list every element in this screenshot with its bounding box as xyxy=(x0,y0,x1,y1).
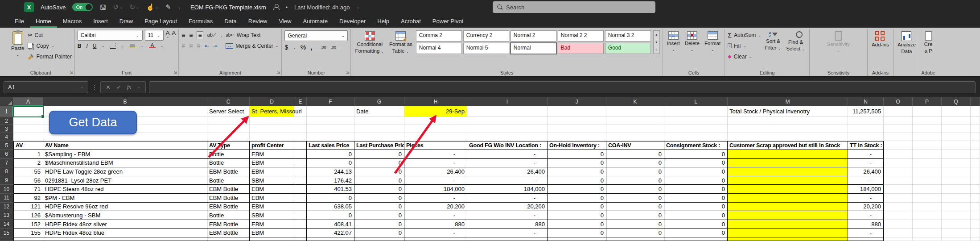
cell-A14[interactable]: 152 xyxy=(13,220,43,229)
tab-power-pivot[interactable]: Power Pivot xyxy=(427,16,469,28)
cell-Q9[interactable] xyxy=(942,176,971,185)
cell-M3[interactable] xyxy=(728,125,848,133)
format-as-table-button[interactable]: Format as Table ⌄ xyxy=(388,30,414,55)
cell-E15[interactable] xyxy=(294,229,307,237)
cell-E11[interactable] xyxy=(294,194,307,203)
cell-F2[interactable] xyxy=(307,117,354,125)
cell-E7[interactable] xyxy=(294,159,307,168)
redo-button[interactable]: ↻⌄ xyxy=(130,3,140,11)
cell-K9[interactable]: 0 xyxy=(606,176,664,185)
row-header-7[interactable]: 7 xyxy=(0,159,13,168)
confirm-entry-icon[interactable]: ✓ xyxy=(116,84,121,91)
cell-H10[interactable]: 184,000 xyxy=(404,185,467,194)
cell-O9[interactable] xyxy=(884,176,913,185)
column-header-B[interactable]: B xyxy=(43,97,207,106)
cell-B15[interactable]: HDPE Ridex 48oz blue xyxy=(43,229,207,237)
sensitivity-button[interactable]: Sensitivity⌄ xyxy=(826,30,852,54)
sort-filter-button[interactable]: AZ Sort & Filter ⌄ xyxy=(764,30,782,52)
cell-X11[interactable] xyxy=(971,194,980,203)
cell-K14[interactable]: 0 xyxy=(606,220,664,229)
cell-P14[interactable] xyxy=(913,220,942,229)
cell-D8[interactable]: EBM xyxy=(250,167,294,176)
cell-P2[interactable] xyxy=(913,117,942,125)
name-box[interactable]: A1 ⌄ xyxy=(4,81,88,93)
cell-L14[interactable]: 0 xyxy=(664,220,728,229)
cell-X6[interactable] xyxy=(971,150,980,159)
cell-X4[interactable] xyxy=(971,133,980,141)
cell-B6[interactable]: $Sampling - EBM xyxy=(43,150,207,159)
cell-A2[interactable] xyxy=(13,117,43,125)
cell-M12[interactable] xyxy=(728,203,848,212)
cell-P11[interactable] xyxy=(913,194,942,203)
cell-D13[interactable]: SBM xyxy=(250,211,294,220)
cell-C12[interactable]: EBM Bottle xyxy=(207,203,250,212)
copy-button[interactable]: Copy⌄ xyxy=(28,41,71,50)
cell-N11[interactable]: - xyxy=(848,194,884,203)
cell-X13[interactable] xyxy=(971,211,980,220)
tab-macros[interactable]: Macros xyxy=(57,16,88,28)
cell-N6[interactable]: - xyxy=(848,150,884,159)
cell-I14[interactable]: 880 xyxy=(467,220,548,229)
row-header-6[interactable]: 6 xyxy=(0,150,13,159)
column-header-H[interactable]: H xyxy=(404,97,467,106)
cell-C14[interactable]: EBM Bottle xyxy=(207,220,250,229)
row-header-13[interactable]: 13 xyxy=(0,211,13,220)
cell-C7[interactable]: Bottle xyxy=(207,159,250,168)
cell-E2[interactable] xyxy=(294,117,307,125)
cell-I1[interactable] xyxy=(467,106,548,117)
cell-F9[interactable]: 176.42 xyxy=(307,176,354,185)
cell-F16[interactable] xyxy=(307,237,354,241)
draw-pen-button[interactable]: ✎ xyxy=(165,3,171,11)
row-header-[interactable] xyxy=(0,237,13,241)
column-header-G[interactable]: G xyxy=(354,97,404,106)
cell-D14[interactable]: EBM xyxy=(250,220,294,229)
save-button[interactable]: 🖫 xyxy=(99,4,106,11)
cell-I7[interactable]: - xyxy=(467,159,548,168)
insert-cells-button[interactable]: ← Insert⌄ xyxy=(666,30,681,53)
cell-C15[interactable]: EBM Bottle xyxy=(207,229,250,237)
cell-P3[interactable] xyxy=(913,125,942,133)
cell-M4[interactable] xyxy=(728,133,848,141)
cell-G8[interactable]: 0 xyxy=(354,167,404,176)
cell-M8[interactable] xyxy=(728,167,848,176)
addins-button[interactable]: Add-ins xyxy=(870,30,890,49)
cell-L5-header[interactable]: Consignment Stock : xyxy=(664,141,728,150)
cell-F10[interactable]: 401.53 xyxy=(307,185,354,194)
font-dialog-launcher[interactable]: ⇲ xyxy=(174,70,177,75)
cell-D10[interactable]: EBM xyxy=(250,185,294,194)
cell-B13[interactable]: $Abmusterung - SBM xyxy=(43,211,207,220)
borders-icon[interactable] xyxy=(110,43,116,49)
cell-Q15[interactable] xyxy=(942,229,971,237)
row-header-10[interactable]: 10 xyxy=(0,185,13,194)
decrease-decimal-icon[interactable]: .00→ xyxy=(331,45,341,50)
tab-developer[interactable]: Developer xyxy=(334,16,371,28)
cell-N9[interactable]: - xyxy=(848,176,884,185)
cell-O2[interactable] xyxy=(884,117,913,125)
cell-H16[interactable] xyxy=(404,237,467,241)
create-pdf-button[interactable]: Cre a P xyxy=(923,30,934,55)
cell-B16[interactable] xyxy=(43,237,207,241)
cell-N7[interactable]: - xyxy=(848,159,884,168)
cell-J15[interactable]: 0 xyxy=(548,229,606,237)
cell-H3[interactable] xyxy=(404,125,467,133)
cell-B14[interactable]: HDPE Ridex 48oz silver xyxy=(43,220,207,229)
cell-L8[interactable]: 0 xyxy=(664,167,728,176)
person-icon[interactable] xyxy=(273,4,279,10)
merge-center-button[interactable]: ↔ Merge & Center⌄ xyxy=(226,41,279,50)
cell-O16[interactable] xyxy=(884,237,913,241)
cell-A9[interactable]: 56 xyxy=(13,176,43,185)
column-header-A[interactable]: A xyxy=(13,97,43,106)
cell-F8[interactable]: 244.13 xyxy=(307,167,354,176)
cell-O6[interactable] xyxy=(884,150,913,159)
cell-C1[interactable]: Server Select xyxy=(207,106,250,117)
cell-G15[interactable]: 0 xyxy=(354,229,404,237)
cell-J5-header[interactable]: On-Hold Inventory : xyxy=(548,141,606,150)
tab-review[interactable]: Review xyxy=(243,16,273,28)
cell-G5-header[interactable]: Last Purchase Price xyxy=(354,141,404,150)
cell-G10[interactable]: 0 xyxy=(354,185,404,194)
last-modified-label[interactable]: Last Modified: 4h ago xyxy=(294,4,350,11)
cell-H5-header[interactable]: Pieces xyxy=(404,141,467,150)
cell-G16[interactable] xyxy=(354,237,404,241)
cell-L7[interactable]: 0 xyxy=(664,159,728,168)
cell-B11[interactable]: $PM - EBM xyxy=(43,194,207,203)
